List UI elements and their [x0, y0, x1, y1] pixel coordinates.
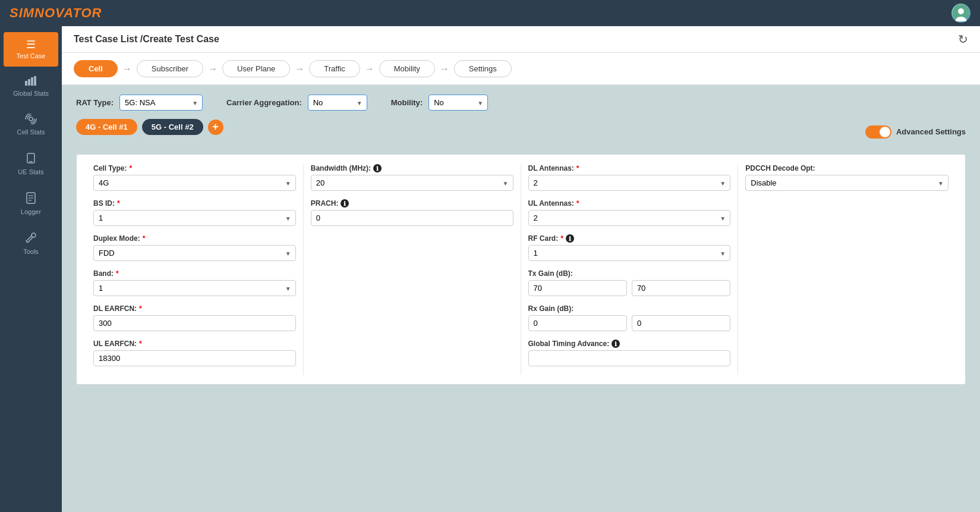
form-col-1: Cell Type: * 4G 5G BS ID:: [86, 164, 304, 375]
ul-earfcn-field: UL EARFCN: *: [93, 340, 296, 366]
pdcch-label: PDCCH Decode Opt:: [745, 164, 949, 172]
ul-earfcn-label: UL EARFCN: *: [93, 340, 296, 348]
global-timing-info-icon[interactable]: ℹ: [612, 340, 620, 348]
advanced-settings-label: Advanced Settings: [896, 127, 966, 136]
sidebar-item-label: Test Case: [17, 52, 46, 59]
band-select[interactable]: 1 2 3: [93, 280, 296, 296]
dl-antennas-select-wrapper: 1 2 4: [528, 175, 731, 191]
required-star: *: [139, 304, 142, 313]
rat-type-select[interactable]: 5G: NSA 4G: LTE 5G: SA: [119, 95, 203, 111]
advanced-settings-toggle: Advanced Settings: [865, 125, 966, 139]
cell-type-label: Cell Type: *: [93, 164, 296, 172]
duplex-mode-field: Duplex Mode: * FDD TDD: [93, 234, 296, 261]
svg-rect-5: [31, 77, 33, 86]
step-mobility[interactable]: Mobility: [379, 60, 435, 77]
step-traffic[interactable]: Traffic: [309, 60, 360, 77]
dl-earfcn-input[interactable]: [93, 315, 296, 331]
carrier-select-wrapper: No Yes: [308, 95, 367, 111]
carrier-aggregation-select[interactable]: No Yes: [308, 95, 367, 111]
duplex-mode-select[interactable]: FDD TDD: [93, 245, 296, 261]
tab-4g-cell-1[interactable]: 4G - Cell #1: [76, 119, 137, 135]
required-star: *: [143, 234, 146, 243]
sidebar: ☰ Test Case Global Stats Cell Stats UE S…: [0, 26, 62, 512]
sidebar-item-label: Global Stats: [13, 90, 49, 97]
test-case-icon: ☰: [26, 39, 36, 50]
tab-5g-cell-2[interactable]: 5G - Cell #2: [142, 119, 203, 135]
svg-rect-3: [25, 81, 27, 86]
carrier-aggregation-group: Carrier Aggregation: No Yes: [226, 95, 367, 111]
global-timing-input[interactable]: [528, 350, 731, 366]
sidebar-item-cell-stats[interactable]: Cell Stats: [4, 106, 58, 143]
step-user-plane[interactable]: User Plane: [222, 60, 290, 77]
sidebar-item-label: Logger: [21, 208, 41, 215]
dl-earfcn-field: DL EARFCN: *: [93, 304, 296, 331]
sidebar-item-label: Cell Stats: [17, 128, 45, 136]
cell-stats-icon: [25, 114, 37, 126]
carrier-aggregation-label: Carrier Aggregation:: [226, 98, 302, 107]
svg-rect-6: [34, 76, 36, 86]
ul-antennas-field: UL Antennas: * 1 2 4: [528, 199, 731, 226]
app-logo: SIMNOVATOR: [10, 5, 102, 21]
bs-id-select[interactable]: 1 2 3: [93, 210, 296, 226]
duplex-mode-label: Duplex Mode: *: [93, 234, 296, 243]
ul-earfcn-input[interactable]: [93, 350, 296, 366]
step-cell[interactable]: Cell: [74, 60, 118, 77]
band-label: Band: *: [93, 269, 296, 278]
sidebar-item-logger[interactable]: Logger: [4, 185, 58, 222]
svg-point-7: [29, 117, 33, 121]
cell-type-field: Cell Type: * 4G 5G: [93, 164, 296, 191]
prach-info-icon[interactable]: ℹ: [341, 199, 349, 208]
step-arrow-3: →: [295, 64, 304, 74]
step-subscriber[interactable]: Subscriber: [137, 60, 203, 77]
bandwidth-info-icon[interactable]: ℹ: [373, 164, 382, 172]
band-select-wrapper: 1 2 3: [93, 280, 296, 296]
required-star: *: [576, 164, 579, 172]
tx-gain-field: Tx Gain (dB):: [528, 269, 731, 296]
sidebar-item-global-stats[interactable]: Global Stats: [4, 69, 58, 104]
form-area: RAT Type: 5G: NSA 4G: LTE 5G: SA Carrier…: [62, 85, 980, 512]
page-title: Test Case List /Create Test Case: [74, 34, 219, 45]
mobility-select-wrapper: No Yes: [428, 95, 488, 111]
step-arrow-4: →: [365, 64, 374, 74]
refresh-icon[interactable]: ↻: [958, 32, 968, 46]
cell-tabs-row: 4G - Cell #1 5G - Cell #2 + Advanced Set…: [76, 119, 966, 145]
ul-antennas-select[interactable]: 1 2 4: [528, 210, 731, 226]
bandwidth-select[interactable]: 5 10 15 20: [311, 175, 513, 191]
step-arrow-2: →: [208, 64, 218, 74]
rf-card-label: RF Card: * ℹ: [528, 234, 731, 243]
step-settings[interactable]: Settings: [454, 60, 512, 77]
rx-gain-input-2[interactable]: [632, 315, 730, 331]
sidebar-item-test-case[interactable]: ☰ Test Case: [4, 32, 58, 67]
user-avatar[interactable]: [951, 4, 970, 23]
main-layout: ☰ Test Case Global Stats Cell Stats UE S…: [0, 26, 980, 512]
rx-gain-inputs: [528, 315, 731, 331]
bs-id-label: BS ID: *: [93, 199, 296, 208]
rf-card-select-wrapper: 1 2: [528, 245, 731, 261]
mobility-select[interactable]: No Yes: [428, 95, 488, 111]
tx-gain-input-1[interactable]: [528, 280, 627, 296]
rf-card-info-icon[interactable]: ℹ: [566, 234, 574, 243]
form-grid: Cell Type: * 4G 5G BS ID:: [76, 154, 966, 385]
rf-card-select[interactable]: 1 2: [528, 245, 731, 261]
svg-point-1: [958, 8, 964, 14]
prach-field: PRACH: ℹ: [311, 199, 513, 226]
tx-gain-input-2[interactable]: [632, 280, 730, 296]
dl-antennas-select[interactable]: 1 2 4: [528, 175, 731, 191]
required-star: *: [116, 269, 119, 278]
form-col-4: PDCCH Decode Opt: Disable Enable: [738, 164, 956, 375]
global-timing-label: Global Timing Advance: ℹ: [528, 340, 731, 348]
advanced-settings-switch[interactable]: [865, 125, 891, 139]
pdcch-select[interactable]: Disable Enable: [745, 175, 949, 191]
rx-gain-label: Rx Gain (dB):: [528, 304, 731, 313]
sidebar-item-tools[interactable]: Tools: [4, 225, 58, 262]
cell-type-select[interactable]: 4G 5G: [93, 175, 296, 191]
add-cell-button[interactable]: +: [208, 120, 223, 135]
bandwidth-label: Bandwidth (MHz): ℹ: [311, 164, 513, 172]
rx-gain-input-1[interactable]: [528, 315, 627, 331]
cell-tabs: 4G - Cell #1 5G - Cell #2 +: [76, 119, 223, 135]
required-star: *: [129, 164, 132, 172]
rx-gain-field: Rx Gain (dB):: [528, 304, 731, 331]
sidebar-item-ue-stats[interactable]: UE Stats: [4, 145, 58, 183]
mobility-group: Mobility: No Yes: [391, 95, 488, 111]
prach-input[interactable]: [311, 210, 513, 226]
